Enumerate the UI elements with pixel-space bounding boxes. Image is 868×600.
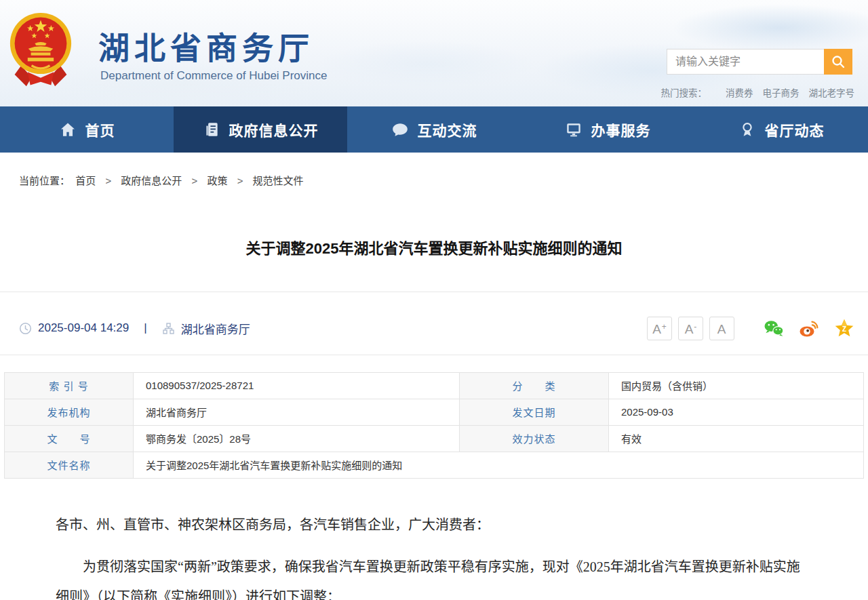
font-button-sign: + [662, 323, 667, 331]
nav-item-label: 首页 [85, 119, 115, 140]
font-reset-button[interactable]: A [709, 317, 734, 340]
breadcrumb-policy[interactable]: 政策 [207, 175, 227, 186]
main-nav: 首页 政府信息公开 互动交流 办事服务 省厅动态 [0, 106, 868, 153]
cloud-decoration [319, 41, 536, 88]
font-button-letter: A [717, 323, 726, 336]
meta-value-index-number: 010890537/2025-28721 [134, 372, 460, 399]
cloud-decoration [41, 61, 326, 106]
nav-item-interaction[interactable]: 互动交流 [347, 106, 521, 153]
wechat-icon [764, 319, 784, 338]
monitor-icon [565, 121, 583, 138]
hot-search-label: 热门搜索： [661, 85, 707, 99]
article-source-value: 湖北省商务厅 [181, 320, 250, 337]
hot-search-item-ecommerce[interactable]: 电子商务 [763, 85, 800, 99]
breadcrumb-separator: > [237, 175, 243, 186]
meta-value-validity: 有效 [609, 425, 864, 452]
font-increase-button[interactable]: A+ [647, 317, 672, 340]
table-row: 发布机构 湖北省商务厅 发文日期 2025-09-03 [5, 399, 864, 425]
nav-item-department-news[interactable]: 省厅动态 [694, 106, 868, 153]
table-row: 文件名称 关于调整2025年湖北省汽车置换更新补贴实施细则的通知 [5, 452, 864, 478]
chat-bubble-icon [391, 121, 409, 138]
search-button[interactable] [824, 49, 852, 75]
publish-time: 2025-09-04 14:29 [19, 321, 129, 335]
search-input[interactable] [667, 49, 824, 75]
national-emblem-icon [8, 11, 73, 90]
table-row: 文 号 鄂商务发〔2025〕28号 效力状态 有效 [5, 425, 864, 452]
site-title: 湖北省商务厅 [98, 23, 314, 68]
font-button-letter: A [652, 323, 661, 336]
meta-label-issuer: 发布机构 [5, 399, 134, 425]
article-meta-bar: 2025-09-04 14:29 | 湖北省商务厅 A+ A- A [0, 302, 868, 355]
nav-item-label: 省厅动态 [765, 119, 825, 140]
publish-time-value: 2025-09-04 14:29 [38, 321, 129, 335]
site-header: 湖北省商务厅 Department of Commerce of Hubei P… [0, 0, 868, 106]
meta-value-issue-date: 2025-09-03 [609, 399, 864, 425]
search-icon [830, 54, 846, 70]
breadcrumb-home[interactable]: 首页 [75, 175, 96, 186]
table-row: 索 引 号 010890537/2025-28721 分 类 国内贸易（含供销） [5, 372, 864, 399]
meta-value-doc-title: 关于调整2025年湖北省汽车置换更新补贴实施细则的通知 [134, 452, 864, 478]
nav-item-label: 办事服务 [591, 119, 651, 140]
qzone-star-icon: Z [834, 318, 854, 338]
cloud-decoration [671, 4, 868, 52]
meta-label-category: 分 类 [460, 372, 609, 399]
nav-item-home[interactable]: 首页 [0, 106, 174, 153]
page-title: 关于调整2025年湖北省汽车置换更新补贴实施细则的通知 [0, 236, 868, 292]
meta-value-issuer: 湖北省商务厅 [134, 399, 460, 425]
share-wechat-button[interactable] [764, 318, 784, 338]
font-decrease-button[interactable]: A- [678, 317, 703, 340]
national-emblem-logo[interactable] [8, 11, 73, 94]
medal-icon [738, 121, 756, 138]
meta-value-doc-number: 鄂商务发〔2025〕28号 [134, 425, 460, 452]
article-paragraph-salutation: 各市、州、直管市、神农架林区商务局，各汽车销售企业，广大消费者： [56, 510, 812, 540]
hot-search-bar: 热门搜索： 消费券 电子商务 湖北老字号 [661, 85, 855, 99]
site-subtitle: Department of Commerce of Hubei Province [100, 69, 327, 83]
font-button-letter: A [685, 323, 694, 336]
article-paragraph-intro: 为贯彻落实国家“两新”政策要求，确保我省汽车置换更新政策平稳有序实施，现对《20… [56, 552, 812, 600]
meta-label-validity: 效力状态 [460, 425, 609, 452]
meta-divider: | [144, 321, 146, 335]
nav-item-gov-info[interactable]: 政府信息公开 [174, 106, 347, 153]
hot-search-item-hubei-brands[interactable]: 湖北老字号 [809, 85, 855, 99]
clock-icon [19, 322, 32, 335]
breadcrumb-normative-docs[interactable]: 规范性文件 [253, 175, 304, 186]
article-tools: A+ A- A [647, 317, 854, 340]
search-bar [667, 49, 852, 75]
breadcrumb-separator: > [192, 175, 198, 186]
svg-text:Z: Z [842, 326, 846, 334]
document-icon [203, 121, 220, 138]
nav-item-label: 互动交流 [418, 119, 477, 140]
breadcrumb: 当前位置： 首页 > 政府信息公开 > 政策 > 规范性文件 [19, 173, 868, 187]
hot-search-item-consumer-coupon[interactable]: 消费券 [726, 85, 753, 99]
weibo-icon [799, 318, 819, 338]
meta-label-doc-number: 文 号 [5, 425, 134, 452]
meta-label-index-number: 索 引 号 [5, 372, 134, 399]
share-weibo-button[interactable] [799, 318, 819, 338]
share-qzone-button[interactable]: Z [834, 318, 854, 338]
article-source: 湖北省商务厅 [162, 320, 250, 337]
breadcrumb-label: 当前位置： [19, 175, 70, 186]
organization-icon [162, 322, 175, 335]
document-meta-table: 索 引 号 010890537/2025-28721 分 类 国内贸易（含供销）… [4, 372, 864, 479]
meta-label-issue-date: 发文日期 [460, 399, 609, 425]
breadcrumb-gov-info[interactable]: 政府信息公开 [121, 175, 182, 186]
breadcrumb-separator: > [105, 175, 111, 186]
nav-item-services[interactable]: 办事服务 [521, 106, 694, 153]
article-body: 各市、州、直管市、神农架林区商务局，各汽车销售企业，广大消费者： 为贯彻落实国家… [0, 510, 868, 600]
meta-value-category: 国内贸易（含供销） [609, 372, 864, 399]
meta-label-doc-title: 文件名称 [5, 452, 134, 478]
home-icon [59, 121, 77, 138]
nav-item-label: 政府信息公开 [229, 119, 319, 140]
font-button-sign: - [694, 323, 696, 331]
